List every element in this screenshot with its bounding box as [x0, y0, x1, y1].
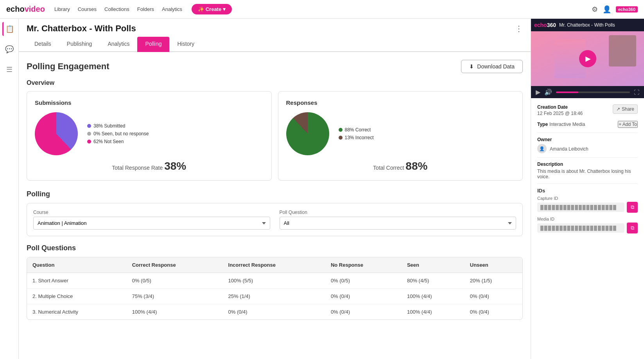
play-icon: ▶: [585, 54, 591, 63]
video-panel-title: Mr. Chatterbox - With Polls: [559, 22, 615, 28]
submissions-pie-circle: [35, 112, 78, 155]
sidebar-media-icon[interactable]: 📋: [2, 22, 16, 36]
cell-seen: 80% (4/5): [402, 273, 465, 289]
col-incorrect-response: Incorrect Response: [223, 257, 325, 273]
progress-bar[interactable]: [556, 92, 630, 93]
nav-analytics[interactable]: Analytics: [162, 6, 182, 12]
owner-label: Owner: [537, 137, 638, 142]
submissions-total-label: Total Response Rate: [112, 165, 163, 171]
cell-unseen: 0% (0/4): [465, 304, 522, 320]
play-pause-button[interactable]: ▶: [536, 88, 540, 96]
share-button[interactable]: ↗ Share: [613, 104, 638, 114]
echo360-badge: echo360: [616, 6, 638, 13]
overview-title: Overview: [27, 79, 523, 86]
nav-folders[interactable]: Folders: [137, 6, 154, 12]
video-header: echo360 Mr. Chatterbox - With Polls: [531, 19, 644, 31]
legend-label-seen-no-response: 0% Seen, but no response: [93, 131, 149, 136]
type-block: Type Interactive Media: [537, 121, 585, 127]
legend-dot-seen-no-response: [87, 132, 91, 136]
tab-publishing[interactable]: Publishing: [59, 37, 100, 52]
sidebar-chat-icon[interactable]: 💬: [2, 42, 16, 56]
media-id-row: Media ID ████████████████████ ⧉: [537, 217, 638, 233]
play-button[interactable]: ▶: [579, 50, 596, 67]
logo-video: video: [25, 5, 45, 14]
nav-library[interactable]: Library: [54, 6, 70, 12]
user-icon[interactable]: 👤: [603, 5, 611, 14]
capture-id-value: ████████████████████: [537, 203, 624, 212]
content-area: Polling Engagement ⬇ Download Data Overv…: [19, 52, 531, 359]
download-data-button[interactable]: ⬇ Download Data: [461, 60, 523, 73]
type-row: Type Interactive Media + Add To: [537, 121, 638, 128]
responses-total-value: 88%: [405, 160, 427, 172]
legend-not-seen: 62% Not Seen: [87, 139, 149, 144]
cell-no_response: 0% (0/4): [325, 289, 402, 304]
cell-seen: 100% (4/4): [402, 304, 465, 320]
nav-collections[interactable]: Collections: [104, 6, 129, 12]
tab-details[interactable]: Details: [27, 37, 59, 52]
legend-submitted: 38% Submitted: [87, 123, 149, 129]
share-label: Share: [622, 106, 634, 112]
nav-courses[interactable]: Courses: [78, 6, 97, 12]
owner-value: Amanda Leibovich: [550, 146, 588, 152]
download-label: Download Data: [477, 63, 515, 70]
cell-correct: 100% (4/4): [127, 304, 223, 320]
table-row: 1. Short Answer0% (0/5)100% (5/5)0% (0/5…: [27, 273, 522, 289]
creation-date-row: Creation Date 12 Feb 2025 @ 18:46 ↗ Shar…: [537, 104, 638, 116]
tab-history[interactable]: History: [169, 37, 202, 52]
poll-questions-table: Question Correct Response Incorrect Resp…: [27, 257, 522, 320]
responses-chart-card: Responses 88% Correct 13: [278, 91, 523, 181]
meta-panel: Creation Date 12 Feb 2025 @ 18:46 ↗ Shar…: [531, 98, 644, 359]
submissions-total-value: 38%: [164, 160, 186, 172]
right-panel: echo360 Mr. Chatterbox - With Polls ▶ ▶ …: [531, 19, 644, 359]
tabs: Details Publishing Analytics Polling His…: [19, 37, 531, 52]
download-icon: ⬇: [469, 63, 474, 70]
polling-section: Polling Course Animation | Animation Pol…: [27, 190, 523, 236]
tab-analytics[interactable]: Analytics: [100, 37, 137, 52]
course-filter-group: Course Animation | Animation: [33, 210, 270, 230]
legend-seen-no-response: 0% Seen, but no response: [87, 131, 149, 136]
top-nav: echovideo Library Courses Collections Fo…: [0, 0, 644, 19]
capture-id-row: Capture ID ████████████████████ ⧉: [537, 196, 638, 213]
volume-button[interactable]: 🔊: [544, 88, 552, 96]
poll-questions-title: Poll Questions: [27, 244, 523, 252]
copy-capture-id-button[interactable]: ⧉: [627, 202, 638, 213]
table-row: 3. Numerical Activity100% (4/4)0% (0/4)0…: [27, 304, 522, 320]
type-value: Interactive Media: [549, 122, 585, 127]
creation-date-block: Creation Date 12 Feb 2025 @ 18:46: [537, 104, 583, 116]
sidebar: 📋 💬 ☰: [0, 19, 19, 359]
cell-incorrect: 0% (0/4): [223, 304, 325, 320]
legend-label-correct: 88% Correct: [345, 127, 371, 133]
sidebar-list-icon[interactable]: ☰: [2, 63, 16, 77]
legend-incorrect: 13% Incorrect: [339, 135, 374, 140]
owner-row: 👤 Amanda Leibovich: [537, 144, 638, 153]
video-thumbnail: ▶: [531, 31, 644, 86]
logo: echovideo: [6, 5, 45, 14]
page-title: Mr. Chatterbox - With Polls: [27, 23, 136, 34]
copy-media-id-button[interactable]: ⧉: [627, 223, 638, 233]
ids-section: IDs Capture ID ████████████████████ ⧉ Me…: [537, 188, 638, 233]
creation-date-value: 12 Feb 2025 @ 18:46: [537, 111, 583, 116]
poll-question-select[interactable]: All: [280, 217, 517, 230]
responses-legend: 88% Correct 13% Incorrect: [339, 127, 374, 140]
course-select[interactable]: Animation | Animation: [33, 217, 270, 230]
table-body: 1. Short Answer0% (0/5)100% (5/5)0% (0/5…: [27, 273, 522, 320]
nav-links: Library Courses Collections Folders Anal…: [54, 6, 182, 12]
cell-question: 1. Short Answer: [27, 273, 127, 289]
owner-avatar: 👤: [537, 144, 547, 153]
tab-polling[interactable]: Polling: [137, 37, 169, 52]
create-button[interactable]: ✨ Create ▾: [192, 4, 232, 14]
cell-incorrect: 25% (1/4): [223, 289, 325, 304]
more-options-button[interactable]: ⋮: [515, 24, 523, 33]
polling-section-title: Polling: [27, 190, 523, 198]
addto-button[interactable]: + Add To: [618, 121, 638, 128]
responses-total: Total Correct 88%: [286, 160, 515, 172]
submissions-chart-inner: 38% Submitted 0% Seen, but no response 6…: [35, 112, 264, 155]
fullscreen-button[interactable]: ⛶: [634, 89, 639, 95]
settings-icon[interactable]: ⚙: [592, 5, 598, 14]
progress-fill: [556, 92, 578, 93]
divider-2: [537, 157, 638, 158]
ids-label: IDs: [537, 188, 638, 194]
poll-questions-table-wrap: Question Correct Response Incorrect Resp…: [27, 257, 523, 320]
media-id-field: ████████████████████ ⧉: [537, 223, 638, 233]
cell-unseen: 0% (0/4): [465, 289, 522, 304]
